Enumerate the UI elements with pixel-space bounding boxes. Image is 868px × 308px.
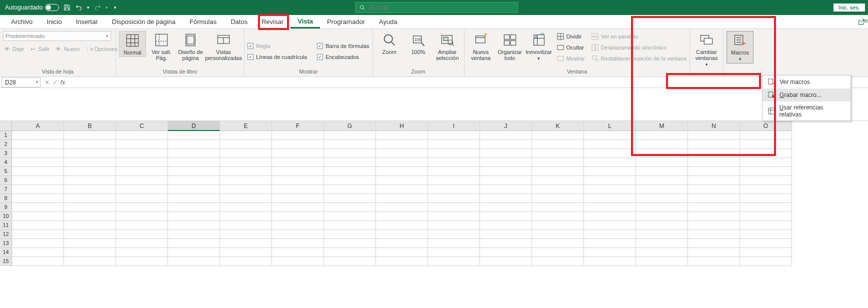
cell[interactable] bbox=[64, 185, 116, 194]
cell[interactable] bbox=[532, 131, 584, 140]
cell[interactable] bbox=[428, 158, 480, 167]
cell[interactable] bbox=[324, 185, 376, 194]
col-header[interactable]: G bbox=[324, 121, 376, 131]
cell[interactable] bbox=[428, 239, 480, 248]
tab-datos[interactable]: Datos bbox=[224, 15, 254, 28]
spreadsheet-grid[interactable]: ABCDEFGHIJKLMNO123456789101112131415 bbox=[0, 121, 868, 266]
cell[interactable] bbox=[324, 176, 376, 185]
cell[interactable] bbox=[272, 212, 324, 221]
cell[interactable] bbox=[688, 257, 740, 266]
cell[interactable] bbox=[168, 212, 220, 221]
cell[interactable] bbox=[116, 248, 168, 257]
cell[interactable] bbox=[584, 230, 636, 239]
hide-button[interactable]: Ocultar bbox=[556, 42, 585, 52]
check-gridlines[interactable]: ✓Líneas de cuadrícula bbox=[248, 52, 307, 62]
cell[interactable] bbox=[688, 149, 740, 158]
cell[interactable] bbox=[584, 131, 636, 140]
cell[interactable] bbox=[168, 149, 220, 158]
cell[interactable] bbox=[116, 185, 168, 194]
cell[interactable] bbox=[688, 248, 740, 257]
cell[interactable] bbox=[636, 257, 688, 266]
cell[interactable] bbox=[116, 176, 168, 185]
macros-button[interactable]: Macros▾ bbox=[726, 31, 754, 64]
cell[interactable] bbox=[688, 167, 740, 176]
login-button[interactable]: Inic. ses. bbox=[834, 4, 865, 12]
row-header[interactable]: 1 bbox=[0, 131, 12, 140]
cell[interactable] bbox=[376, 194, 428, 203]
cell[interactable] bbox=[740, 149, 792, 158]
check-headings[interactable]: ✓Encabezados bbox=[317, 52, 369, 62]
cell[interactable] bbox=[220, 185, 272, 194]
cell[interactable] bbox=[272, 221, 324, 230]
cell[interactable] bbox=[480, 248, 532, 257]
cell[interactable] bbox=[688, 131, 740, 140]
cell[interactable] bbox=[688, 203, 740, 212]
cell[interactable] bbox=[376, 176, 428, 185]
cell[interactable] bbox=[168, 248, 220, 257]
cell[interactable] bbox=[324, 131, 376, 140]
cell[interactable] bbox=[584, 257, 636, 266]
cell[interactable] bbox=[376, 158, 428, 167]
cell[interactable] bbox=[376, 140, 428, 149]
cell[interactable] bbox=[376, 131, 428, 140]
tab-insertar[interactable]: Insertar bbox=[69, 15, 105, 28]
autosave-toggle[interactable]: Autoguardado bbox=[5, 4, 59, 11]
name-box[interactable]: D28 ▼ bbox=[2, 78, 40, 88]
col-header[interactable]: A bbox=[12, 121, 64, 131]
row-header[interactable]: 10 bbox=[0, 212, 12, 221]
cell[interactable] bbox=[636, 212, 688, 221]
switch-windows-button[interactable]: Cambiar ventanas ▾ bbox=[693, 31, 720, 68]
cell[interactable] bbox=[636, 203, 688, 212]
cell[interactable] bbox=[584, 221, 636, 230]
redo-icon[interactable] bbox=[94, 4, 102, 12]
cell[interactable] bbox=[532, 194, 584, 203]
cell[interactable] bbox=[584, 167, 636, 176]
cell[interactable] bbox=[12, 194, 64, 203]
cell[interactable] bbox=[116, 212, 168, 221]
cell[interactable] bbox=[64, 149, 116, 158]
col-header[interactable]: B bbox=[64, 121, 116, 131]
cell[interactable] bbox=[636, 230, 688, 239]
cell[interactable] bbox=[532, 257, 584, 266]
tab-revisar[interactable]: Revisar bbox=[254, 15, 290, 28]
cell[interactable] bbox=[740, 185, 792, 194]
col-header[interactable]: N bbox=[688, 121, 740, 131]
cell[interactable] bbox=[428, 203, 480, 212]
view-pagelayout-button[interactable]: Diseño de página bbox=[177, 31, 204, 62]
cell[interactable] bbox=[584, 176, 636, 185]
cell[interactable] bbox=[428, 221, 480, 230]
view-custom-button[interactable]: Vistas personalizadas bbox=[206, 31, 241, 62]
cell[interactable] bbox=[636, 149, 688, 158]
cell[interactable] bbox=[272, 194, 324, 203]
cell[interactable] bbox=[168, 158, 220, 167]
col-header[interactable]: F bbox=[272, 121, 324, 131]
cell[interactable] bbox=[64, 221, 116, 230]
cell[interactable] bbox=[168, 167, 220, 176]
cell[interactable] bbox=[324, 149, 376, 158]
cell[interactable] bbox=[636, 194, 688, 203]
undo-chevron-icon[interactable]: ▾ bbox=[87, 5, 90, 10]
macros-relative-item[interactable]: Usar referencias relativas bbox=[762, 102, 850, 120]
cell[interactable] bbox=[688, 158, 740, 167]
cell[interactable] bbox=[480, 194, 532, 203]
cell[interactable] bbox=[480, 239, 532, 248]
cell[interactable] bbox=[168, 203, 220, 212]
cell[interactable] bbox=[740, 257, 792, 266]
cell[interactable] bbox=[272, 248, 324, 257]
cell[interactable] bbox=[12, 212, 64, 221]
cell[interactable] bbox=[688, 239, 740, 248]
tab-programador[interactable]: Programador bbox=[320, 15, 372, 28]
split-button[interactable]: Dividir bbox=[556, 32, 585, 42]
cell[interactable] bbox=[116, 167, 168, 176]
cell[interactable] bbox=[636, 185, 688, 194]
check-formulabar[interactable]: ✓Barra de fórmulas bbox=[317, 41, 369, 51]
cell[interactable] bbox=[116, 158, 168, 167]
cell[interactable] bbox=[584, 239, 636, 248]
cell[interactable] bbox=[64, 176, 116, 185]
search-input[interactable] bbox=[370, 4, 514, 11]
cell[interactable] bbox=[220, 158, 272, 167]
cell[interactable] bbox=[428, 194, 480, 203]
cell[interactable] bbox=[376, 212, 428, 221]
cell[interactable] bbox=[480, 203, 532, 212]
cell[interactable] bbox=[584, 149, 636, 158]
